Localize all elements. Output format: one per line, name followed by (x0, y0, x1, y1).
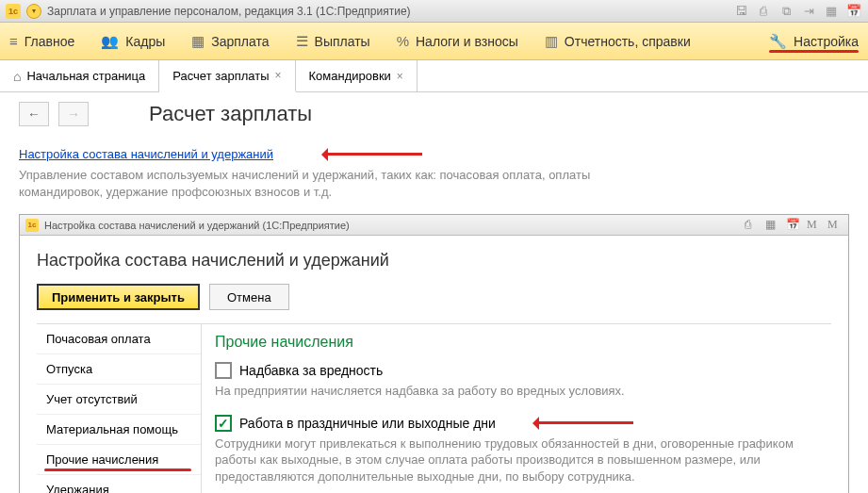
tab-raschet-zarplaty[interactable]: Расчет зарплаты× (159, 60, 295, 92)
sidebar-item-prochie[interactable]: Прочие начисления (37, 445, 201, 475)
home-icon: ⌂ (13, 69, 21, 84)
tab-bar: ⌂Начальная страница Расчет зарплаты× Ком… (0, 60, 868, 92)
calendar-icon[interactable]: 📅 (786, 218, 801, 233)
calendar-icon[interactable]: 📅 (845, 3, 862, 20)
page-content: ← → Расчет зарплаты Настройка состава на… (0, 92, 868, 493)
close-icon[interactable]: × (275, 69, 282, 82)
link-description: Управление составом используемых начисле… (19, 167, 622, 201)
save-icon[interactable]: 🖫 (732, 3, 749, 20)
nav-kadry[interactable]: 👥Кадры (101, 33, 165, 50)
sidebar-item-matpomosh[interactable]: Материальная помощь (37, 415, 201, 445)
app-logo-icon: 1c (25, 219, 39, 232)
checkbox-prazdnichnye-label: Работа в праздничные или выходные дни (239, 416, 496, 431)
sidebar-item-pochasovaya[interactable]: Почасовая оплата (37, 324, 201, 354)
calc-icon[interactable]: ▦ (823, 3, 840, 20)
settings-link[interactable]: Настройка состава начислений и удержаний (19, 147, 273, 161)
letter-m-plus-icon[interactable]: M (827, 218, 843, 233)
dialog-heading: Настройка состава начислений и удержаний (37, 251, 831, 271)
app-logo-icon: 1c (6, 4, 21, 19)
app-titlebar: 1c ▾ Зарплата и управление персоналом, р… (0, 0, 868, 23)
copy-icon[interactable]: ⧉ (778, 3, 794, 20)
dialog-title: Настройка состава начислений и удержаний… (44, 220, 350, 231)
main-toolbar: ≡Главное 👥Кадры ▦Зарплата ☰Выплаты %Нало… (0, 23, 868, 60)
annotation-arrow (315, 148, 422, 161)
forward-button[interactable]: → (58, 102, 89, 126)
section-heading: Прочие начисления (215, 334, 818, 351)
checkbox-vrednost-label: Надбавка за вредность (239, 363, 383, 378)
page-title: Расчет зарплаты (149, 102, 312, 126)
checkbox-prazdnichnye-desc: Сотрудники могут привлекаться к выполнен… (215, 435, 818, 485)
app-title: Зарплата и управление персоналом, редакц… (47, 5, 411, 18)
annotation-underline (44, 468, 191, 471)
nav-vyplaty[interactable]: ☰Выплаты (296, 33, 370, 50)
checkbox-vrednost-desc: На предприятии начисляется надбавка за р… (215, 383, 818, 400)
nav-otchetnost[interactable]: ▥Отчетность, справки (545, 33, 691, 50)
tab-komandirovki[interactable]: Командировки× (296, 60, 418, 91)
sidebar-item-otpuska[interactable]: Отпуска (37, 354, 201, 385)
cancel-button[interactable]: Отмена (209, 284, 289, 310)
tab-home[interactable]: ⌂Начальная страница (0, 60, 159, 91)
dialog-window: 1c Настройка состава начислений и удержа… (19, 214, 849, 493)
close-icon[interactable]: × (397, 70, 403, 83)
annotation-underline (769, 50, 859, 53)
nav-nalogi[interactable]: %Налоги и взносы (397, 33, 518, 49)
nav-menu-icon[interactable]: ≡Главное (9, 33, 74, 49)
dialog-main: Прочие начисления Надбавка за вредность … (202, 324, 831, 493)
checkbox-prazdnichnye[interactable]: ✓ (215, 415, 232, 432)
apply-close-button[interactable]: Применить и закрыть (37, 284, 200, 310)
nav-nastroika[interactable]: 🔧 Настройка (769, 33, 859, 50)
print-icon[interactable]: ⎙ (745, 218, 760, 233)
sidebar-item-uchet[interactable]: Учет отсутствий (37, 385, 201, 415)
back-button[interactable]: ← (19, 102, 49, 126)
letter-m-icon[interactable]: M (807, 218, 822, 233)
print-icon[interactable]: ⎙ (755, 3, 772, 20)
sidebar-item-uderzhaniya[interactable]: Удержания (37, 475, 201, 493)
link-icon[interactable]: ⇥ (800, 3, 817, 20)
dialog-titlebar: 1c Настройка состава начислений и удержа… (20, 215, 848, 236)
app-menu-dropdown[interactable]: ▾ (26, 4, 41, 19)
wrench-icon: 🔧 (769, 33, 787, 50)
nav-zarplata[interactable]: ▦Зарплата (191, 33, 269, 50)
annotation-arrow (526, 417, 633, 430)
grid-icon[interactable]: ▦ (765, 218, 780, 233)
dialog-sidebar: Почасовая оплата Отпуска Учет отсутствий… (37, 324, 202, 493)
checkbox-vrednost[interactable] (215, 362, 232, 379)
